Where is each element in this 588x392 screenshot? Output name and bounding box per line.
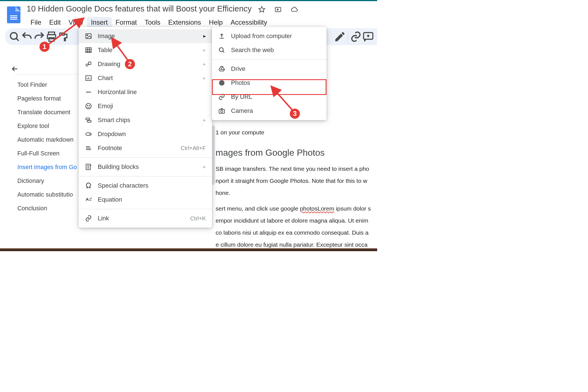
toolbar-right [334,28,374,45]
cloud-status-icon[interactable] [291,6,298,13]
menu-item-label: Special characters [98,182,206,189]
insert-item-smart-chips[interactable]: Smart chips▶ [79,113,212,127]
insert-separator [79,157,212,158]
print-icon[interactable] [45,31,58,43]
insert-item-building-blocks[interactable]: Building blocks▶ [79,160,212,174]
menu-file[interactable]: File [27,17,45,28]
insert-item-chart[interactable]: Chart▶ [79,71,212,85]
submenu-arrow-icon: ▶ [203,62,206,66]
menu-item-label: Drawing [98,60,206,68]
menu-shortcut: Ctrl+K [190,215,206,222]
svg-point-7 [87,35,88,36]
drive-icon [218,65,225,73]
outline-item[interactable]: Conclusion [17,206,85,212]
outline-item[interactable]: Full-Full Screen [17,151,85,157]
outline-item[interactable]: Pageless format [17,96,85,102]
insert-item-link[interactable]: LinkCtrl+K [79,211,212,225]
insert-separator [79,176,212,176]
body-text: SB image transfers. The next time you ne… [216,164,377,173]
link-icon [85,215,92,222]
svg-rect-6 [86,34,91,38]
submenu-scrollbar-thumb[interactable] [212,125,215,185]
outline-collapse-icon[interactable] [11,65,83,75]
outline-item[interactable]: Dictionary [17,178,85,184]
menu-help[interactable]: Help [205,17,227,28]
chips-icon [85,116,92,124]
outline-item[interactable]: Explore tool [17,123,85,129]
submenu-arrow-icon: ▶ [203,48,206,52]
body-text: nport it straight from Google Photos. No… [216,176,377,185]
star-icon[interactable] [258,6,265,13]
outline-item[interactable]: Insert images from Go [17,164,85,171]
image-submenu-item-drive[interactable]: Drive [212,62,326,76]
menu-item-label: Building blocks [98,163,206,171]
image-submenu-item-by-url[interactable]: By URL [212,90,326,104]
menu-item-label: Image [98,32,206,40]
edit-mode-icon[interactable] [334,31,346,43]
docs-logo-lines [10,15,17,20]
menu-item-label: Horizontal line [98,88,206,96]
outline-item[interactable]: Translate document [17,109,85,116]
table-icon [85,46,92,54]
insert-item-equation[interactable]: 2Equation [79,193,212,207]
insert-item-table[interactable]: Table▶ [79,43,212,57]
menu-item-label: Camera [231,107,320,115]
image-submenu-item-search-the-web[interactable]: Search the web [212,43,326,57]
svg-point-9 [86,64,88,66]
menu-item-label: Table [98,46,206,54]
format-paint-icon[interactable] [58,31,70,43]
outline-item[interactable]: Automatic markdown [17,137,85,143]
menu-view[interactable]: View [65,17,87,28]
insert-link-toolbar-icon[interactable] [350,31,362,43]
menu-accessibility[interactable]: Accessibility [227,17,271,28]
svg-rect-16 [86,118,90,120]
submenu-arrow-icon: ▶ [203,165,206,169]
submenu-arrow-icon: ▶ [203,76,206,80]
docs-logo[interactable] [7,6,20,23]
insert-item-footnote[interactable]: FootnoteCtrl+Alt+F [79,141,212,155]
insert-separator [79,209,212,209]
image-submenu-item-photos[interactable]: Photos [212,76,326,90]
image-submenu-item-camera[interactable]: Camera [212,104,326,118]
move-icon[interactable] [274,6,282,13]
insert-item-dropdown[interactable]: Dropdown [79,127,212,141]
svg-point-26 [221,110,223,113]
insert-item-special-characters[interactable]: Special characters [79,179,212,193]
menu-format[interactable]: Format [112,17,141,28]
body-text: sert menu, and click use google [216,205,300,212]
menu-item-label: By URL [231,93,320,101]
outline-item[interactable]: Tool Finder [17,82,85,88]
insert-item-emoji[interactable]: Emoji [79,99,212,113]
image-submenu-item-upload-from-computer[interactable]: Upload from computer [212,29,326,43]
menu-item-label: Smart chips [98,116,206,124]
body-text: ipsum dolor s [334,205,371,212]
redo-icon[interactable] [33,31,45,43]
svg-rect-25 [219,109,225,113]
image-submenu: Upload from computerSearch the webDriveP… [212,27,326,120]
window-accent-bar [0,0,377,1]
searchweb-icon [218,46,225,54]
search-tool-icon[interactable] [8,31,21,43]
body-text: co laboris nisi ut aliquip ex ea commodo… [216,228,377,237]
insert-item-horizontal-line[interactable]: Horizontal line [79,85,212,99]
url-icon [218,93,225,101]
menu-edit[interactable]: Edit [45,17,65,28]
menu-insert[interactable]: Insert [87,17,112,28]
undo-icon[interactable] [21,31,33,43]
outline-item[interactable]: Automatic substitutio [17,192,85,198]
blocks-icon [85,163,92,171]
insert-item-drawing[interactable]: Drawing▶ [79,57,212,71]
body-text: hone. [216,188,377,197]
menu-tools[interactable]: Tools [141,17,164,28]
add-comment-icon[interactable] [362,31,374,43]
insert-menu-dropdown: Image▶Table▶Drawing▶Chart▶Horizontal lin… [79,27,212,228]
body-text: empor incididunt ut labore et dolore mag… [216,216,377,225]
insert-item-image[interactable]: Image▶ [79,29,212,43]
chart-icon [85,74,92,82]
menu-extensions[interactable]: Extensions [164,17,205,28]
emoji-icon [85,102,92,110]
document-outline: Tool FinderPageless formatTranslate docu… [11,65,83,75]
bottom-strip [0,248,377,251]
docs-logo-fold [15,6,20,11]
document-title[interactable]: 10 Hidden Google Docs features that will… [27,4,252,13]
